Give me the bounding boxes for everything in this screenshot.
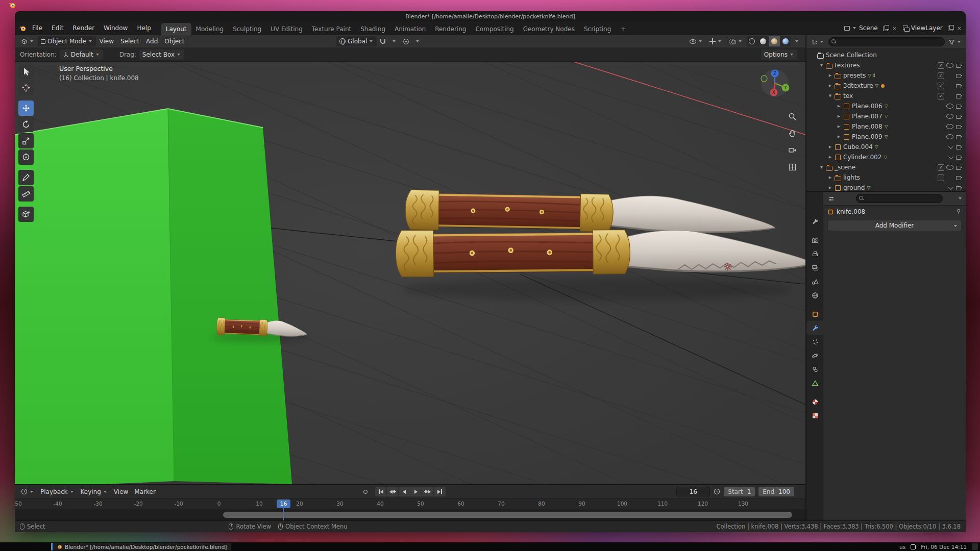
expander-icon[interactable]: ▶ <box>836 114 842 118</box>
menu-object[interactable]: Object <box>161 36 187 46</box>
shading-material-button[interactable] <box>769 36 780 46</box>
menu-keying[interactable]: Keying <box>78 487 111 497</box>
camera-view-button[interactable] <box>786 144 798 156</box>
tab-tool-properties[interactable] <box>806 214 823 228</box>
play-button[interactable] <box>410 487 422 496</box>
playhead-line[interactable] <box>283 508 284 520</box>
keyboard-layout-indicator[interactable]: us <box>899 544 905 550</box>
overlays-dropdown[interactable] <box>726 36 746 46</box>
tab-render-properties[interactable] <box>806 233 823 247</box>
expander-icon[interactable]: ▶ <box>827 84 834 88</box>
outliner-filter-button[interactable] <box>947 37 963 47</box>
current-frame-field[interactable]: 16 <box>676 487 710 496</box>
tab-constraint-properties[interactable] <box>806 362 823 376</box>
tab-animation[interactable]: Animation <box>390 23 430 35</box>
annotate-tool[interactable] <box>18 170 34 185</box>
show-desktop-corner[interactable] <box>972 543 978 550</box>
add-workspace-button[interactable]: + <box>616 22 630 35</box>
menu-view[interactable]: View <box>96 36 117 46</box>
tab-geometry-nodes[interactable]: Geometry Nodes <box>519 23 579 35</box>
tab-world-properties[interactable] <box>806 288 823 302</box>
outliner-row-tex[interactable]: ▼tex <box>806 91 966 101</box>
gizmos-dropdown[interactable] <box>706 36 725 46</box>
measure-tool[interactable] <box>18 186 34 202</box>
snap-settings[interactable] <box>389 36 400 46</box>
green-cube[interactable] <box>15 109 292 484</box>
transform-orientation-dropdown[interactable]: Global <box>336 36 377 46</box>
camera-icon[interactable] <box>954 132 964 141</box>
tab-modifier-properties[interactable] <box>806 321 823 335</box>
camera-icon[interactable] <box>954 71 964 80</box>
camera-icon[interactable] <box>954 142 964 152</box>
chevron-down-icon[interactable] <box>958 196 963 201</box>
tab-view-layer-properties[interactable] <box>806 261 823 274</box>
eye-closed-icon[interactable] <box>945 153 954 162</box>
eye-closed-icon[interactable] <box>945 142 954 152</box>
transform-tool[interactable] <box>18 149 34 165</box>
pocketknife-top[interactable] <box>405 190 775 236</box>
drag-dropdown[interactable]: Select Box <box>139 49 184 60</box>
tab-rendering[interactable]: Rendering <box>430 23 471 35</box>
shading-rendered-button[interactable] <box>780 36 791 46</box>
eye-icon[interactable] <box>945 102 954 111</box>
eye-icon[interactable] <box>945 132 954 141</box>
menu-help[interactable]: Help <box>133 23 155 33</box>
visibility-dropdown[interactable] <box>687 36 706 46</box>
auto-keying-toggle[interactable] <box>360 487 372 496</box>
zoom-button[interactable] <box>786 110 798 122</box>
camera-icon[interactable] <box>954 163 964 172</box>
camera-icon[interactable] <box>954 81 964 90</box>
tab-compositing[interactable]: Compositing <box>471 23 518 35</box>
tab-uv-editing[interactable]: UV Editing <box>266 23 307 35</box>
menu-render[interactable]: Render <box>68 23 99 33</box>
mode-dropdown[interactable]: Object Mode <box>38 36 96 46</box>
viewport-3d-canvas[interactable]: Z Y X User Perspective (16) Collection |… <box>15 62 805 484</box>
scene-selector[interactable]: Scene <box>841 23 880 33</box>
playhead-chip[interactable]: 16 <box>277 499 290 508</box>
menu-add[interactable]: Add <box>143 36 161 46</box>
tab-scripting[interactable]: Scripting <box>579 23 616 35</box>
taskbar-window-button[interactable]: Blender* [/home/amalie/Desktop/blender/p… <box>51 543 231 550</box>
pan-button[interactable] <box>786 127 798 139</box>
expander-icon[interactable]: ▶ <box>827 145 834 149</box>
camera-icon[interactable] <box>954 61 964 70</box>
tab-material-properties[interactable] <box>806 395 823 409</box>
expander-icon[interactable]: ▶ <box>836 104 842 108</box>
menu-timeline-view[interactable]: View <box>111 487 131 497</box>
expander-icon[interactable]: ▶ <box>836 135 842 139</box>
play-reverse-button[interactable] <box>399 487 410 496</box>
prev-keyframe-button[interactable] <box>387 487 399 496</box>
outliner-row-textures[interactable]: ▼textures <box>806 60 966 70</box>
add-cube-tool[interactable] <box>18 207 34 222</box>
timeline-scrollbar[interactable] <box>223 512 792 518</box>
window-titlebar[interactable]: Blender* [/home/amalie/Desktop/blender/p… <box>15 11 966 21</box>
jump-to-start-button[interactable] <box>375 487 387 496</box>
expander-icon[interactable]: ▶ <box>827 155 834 159</box>
rotate-tool[interactable] <box>18 117 34 132</box>
taskbar-clock[interactable]: Fri, 06 Dec 14:11 <box>921 544 967 550</box>
camera-icon[interactable] <box>954 91 964 101</box>
outliner-editor-selector[interactable] <box>810 37 826 47</box>
eye-icon[interactable] <box>945 112 954 121</box>
tab-physics-properties[interactable] <box>806 348 823 362</box>
camera-icon[interactable] <box>954 112 964 121</box>
blender-logo-icon[interactable] <box>18 24 27 32</box>
view-layer-selector[interactable]: ViewLayer <box>900 23 945 33</box>
tab-shading[interactable]: Shading <box>356 23 390 35</box>
pocketknife-bottom[interactable] <box>396 227 805 277</box>
start-frame-field[interactable]: Start 1 <box>724 487 755 496</box>
end-frame-field[interactable]: End 100 <box>758 487 794 496</box>
tab-scene-properties[interactable] <box>806 274 823 288</box>
snap-toggle[interactable] <box>377 36 388 46</box>
expander-icon[interactable]: ▼ <box>818 165 825 169</box>
select-box-tool[interactable] <box>18 64 34 79</box>
pin-icon[interactable] <box>955 209 962 215</box>
check-icon[interactable] <box>936 91 945 101</box>
expander-icon[interactable]: ▶ <box>827 186 834 190</box>
outliner-search-input[interactable] <box>828 37 945 46</box>
add-modifier-dropdown[interactable]: Add Modifier <box>827 220 962 231</box>
menu-edit[interactable]: Edit <box>47 23 67 33</box>
timeline-ruler[interactable]: 16 -50-40-30-20-100102030405060708090100… <box>15 498 805 509</box>
scale-tool[interactable] <box>18 133 34 148</box>
expander-icon[interactable]: ▼ <box>818 63 825 67</box>
